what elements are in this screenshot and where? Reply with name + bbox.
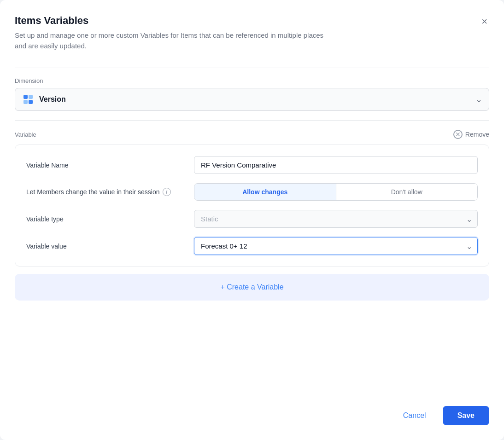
variable-value-control: Forecast 0+ 12 ⌄ xyxy=(194,237,478,255)
dimension-select[interactable]: Version ⌄ xyxy=(15,88,489,111)
modal-container: Items Variables Set up and manage one or… xyxy=(0,0,504,440)
variable-type-select[interactable]: Static xyxy=(194,210,478,228)
session-change-row: Let Members change the value in their se… xyxy=(26,183,478,201)
modal-title-area: Items Variables Set up and manage one or… xyxy=(15,15,328,51)
variable-type-row: Variable type Static ⌄ xyxy=(26,210,478,228)
header-divider xyxy=(15,68,489,68)
variable-value-select[interactable]: Forecast 0+ 12 xyxy=(194,237,478,255)
session-change-control: Allow changes Don't allow xyxy=(194,183,478,201)
variable-name-row: Variable Name xyxy=(26,156,478,174)
close-button[interactable]: × xyxy=(480,15,489,29)
variable-value-row: Variable value Forecast 0+ 12 ⌄ xyxy=(26,237,478,255)
dimension-label: Dimension xyxy=(15,77,489,84)
create-variable-button[interactable]: + Create a Variable xyxy=(15,274,489,301)
section-divider xyxy=(15,120,489,121)
session-change-label: Let Members change the value in their se… xyxy=(26,188,183,196)
variable-name-control xyxy=(194,156,478,174)
variable-name-label: Variable Name xyxy=(26,162,183,169)
variable-type-control: Static ⌄ xyxy=(194,210,478,228)
dont-allow-button[interactable]: Don't allow xyxy=(336,184,478,200)
dimension-icon xyxy=(22,93,35,106)
info-icon: i xyxy=(163,188,171,196)
toggle-group: Allow changes Don't allow xyxy=(194,183,478,201)
save-button[interactable]: Save xyxy=(443,406,489,425)
dimension-section: Dimension Version ⌄ xyxy=(15,77,489,111)
modal-subtitle: Set up and manage one or more custom Var… xyxy=(15,30,328,51)
variable-type-label: Variable type xyxy=(26,215,183,223)
remove-button[interactable]: ✕ Remove xyxy=(453,130,489,139)
modal-header: Items Variables Set up and manage one or… xyxy=(15,15,489,51)
variable-section-header: Variable ✕ Remove xyxy=(15,130,489,139)
dimension-value: Version xyxy=(39,95,66,104)
variable-section-label: Variable xyxy=(15,131,36,138)
variable-value-wrapper: Forecast 0+ 12 ⌄ xyxy=(194,237,478,255)
dimension-chevron-icon: ⌄ xyxy=(475,94,482,104)
close-icon: × xyxy=(481,16,487,27)
footer-divider xyxy=(15,310,489,310)
remove-label: Remove xyxy=(465,131,489,138)
variable-value-label: Variable value xyxy=(26,243,183,250)
variable-name-input[interactable] xyxy=(194,156,478,174)
modal-title: Items Variables xyxy=(15,15,328,27)
variable-type-wrapper: Static ⌄ xyxy=(194,210,478,228)
modal-footer: Cancel Save xyxy=(15,388,489,425)
allow-changes-button[interactable]: Allow changes xyxy=(194,184,336,200)
remove-icon: ✕ xyxy=(453,130,463,139)
variable-card: Variable Name Let Members change the val… xyxy=(15,145,489,266)
cancel-button[interactable]: Cancel xyxy=(392,406,437,425)
